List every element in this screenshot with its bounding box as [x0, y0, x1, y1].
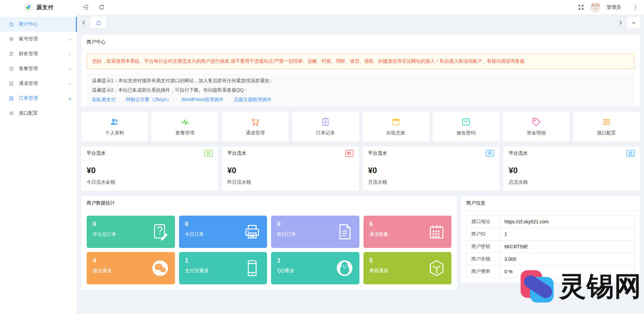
- flow-amount: ¥0: [222, 160, 358, 175]
- shortcut-label: 通道管理: [246, 130, 265, 136]
- rocket-logo-icon: [23, 2, 33, 12]
- link-zongcai-theme-plugin[interactable]: 总裁主题程序插件: [234, 95, 271, 104]
- sidebar-item-api-config[interactable]: 接口配置: [0, 106, 77, 121]
- tile-today-orders[interactable]: 0 今日订单: [179, 216, 267, 248]
- menu-fold-icon[interactable]: [83, 4, 89, 10]
- tile-offline-channels[interactable]: 5 离线通道: [363, 252, 452, 284]
- row-label: 接口地址: [467, 216, 500, 228]
- tab-home[interactable]: [91, 17, 106, 28]
- merchant-info-card: 商户信息 接口地址 https://zf.sky021.com 商户ID 1: [461, 196, 640, 283]
- flow-caption: 昨日流水额: [222, 175, 358, 191]
- flow-card-total: 平台流水 总 ¥0 总流水额: [503, 147, 640, 191]
- flow-card-title: 平台流水: [509, 150, 528, 156]
- flow-caption: 今日流水金额: [81, 175, 218, 191]
- flow-card-header: 平台流水 昨: [222, 147, 358, 160]
- cube-icon: [427, 259, 446, 278]
- link-apayun-zkeys[interactable]: 阿帕云引擎（Zkeys）: [126, 95, 171, 104]
- brand-name: 源支付: [36, 4, 54, 11]
- wechat-icon: [151, 259, 170, 278]
- stats-title: 商户数据统计: [81, 196, 457, 211]
- shortcut-label: 套餐管理: [176, 130, 195, 136]
- tabbar: [77, 15, 644, 30]
- fullscreen-icon[interactable]: [578, 4, 584, 10]
- row-value: 3.000: [500, 253, 635, 265]
- avatar[interactable]: [590, 2, 601, 12]
- shortcut-api-config[interactable]: 接口配置: [573, 112, 640, 141]
- table-row: 商户ID 1: [467, 228, 635, 241]
- link-rainbow-epay[interactable]: 彩虹易支付: [92, 95, 116, 104]
- row-label: 商户ID: [467, 228, 500, 241]
- badge-daily: 日: [204, 150, 212, 157]
- sidebar-item-merchant-center[interactable]: 商户中心: [0, 17, 77, 32]
- chevron-left-icon[interactable]: [81, 20, 87, 25]
- table-row: 商户密钥 6KCRT59E: [467, 241, 635, 253]
- tile-total-orders[interactable]: 0 平台总订单: [87, 216, 175, 248]
- tip-links: 彩虹易支付 阿帕云引擎（Zkeys） WordPress程序插件 总裁主题程序插…: [92, 95, 629, 104]
- cog-icon: [9, 111, 14, 116]
- topbar-right: 管理员: [578, 2, 639, 12]
- sidebar-item-account-management[interactable]: 账号管理 +: [0, 32, 77, 46]
- expand-plus: +: [68, 51, 71, 57]
- shortcut-label: 接口配置: [597, 130, 616, 136]
- tab-options-dropdown[interactable]: [627, 17, 640, 28]
- shortcut-label: 个人资料: [105, 130, 124, 136]
- shortcut-label: 资金明细: [527, 130, 546, 136]
- shortcut-label: 修改密码: [457, 130, 475, 136]
- sidebar-item-label: 接口配置: [19, 110, 38, 116]
- row-label: 商户费率: [467, 265, 500, 278]
- flow-card-yesterday: 平台流水 昨 ¥0 昨日流水额: [222, 147, 358, 191]
- flow-caption: 月流水额: [363, 175, 499, 191]
- flow-caption: 总流水额: [503, 175, 640, 191]
- expand-plus: +: [68, 81, 71, 87]
- shortcut-fund-details[interactable]: 资金明细: [503, 112, 569, 141]
- shortcuts-row: 个人资料 套餐管理 通道管理: [81, 112, 640, 141]
- row-value: 6KCRT59E: [500, 241, 635, 253]
- shortcut-online-recharge[interactable]: 在线充值: [362, 112, 429, 141]
- topbar: 管理员: [77, 0, 644, 15]
- tile-wechat-channels[interactable]: 4 微信通道: [87, 252, 175, 284]
- shortcut-package-management[interactable]: 套餐管理: [151, 112, 218, 141]
- sidebar-item-package-management[interactable]: 套餐管理 +: [0, 61, 77, 76]
- shortcut-change-password[interactable]: 修改密码: [433, 112, 499, 141]
- flow-card-daily: 平台流水 日 ¥0 今日流水金额: [81, 147, 218, 191]
- flow-card-header: 平台流水 月: [363, 147, 499, 160]
- flow-card-header: 平台流水 总: [503, 147, 640, 160]
- refresh-icon[interactable]: [98, 4, 105, 10]
- sidebar-item-label: 商户中心: [19, 21, 38, 27]
- shortcut-order-records[interactable]: 订单记录: [292, 112, 359, 141]
- users-icon: [110, 117, 120, 127]
- tile-qq-channels[interactable]: 1 QQ通道: [271, 252, 359, 284]
- chevron-down-icon: [631, 20, 636, 25]
- sidebar-item-label: 财务管理: [19, 51, 38, 57]
- flow-card-title: 平台流水: [227, 150, 246, 156]
- grid-icon: [9, 81, 14, 86]
- shortcut-personal-profile[interactable]: 个人资料: [81, 112, 148, 141]
- merchant-info-title: 商户信息: [461, 196, 640, 211]
- tip-line-2: 温馨提示2：本站已集成部分系统插件，可自行下载。有问题联系客服QQ：: [92, 85, 629, 95]
- flow-amount: ¥0: [503, 160, 640, 175]
- kebab-menu-icon[interactable]: [633, 4, 639, 10]
- tip-line-1: 温馨提示1：本站支持对接所有易支付接口的网站，加入售后群有任何紧急情况群通知：: [92, 76, 629, 85]
- ledger-icon: [9, 51, 14, 57]
- calendar-icon: [427, 222, 446, 241]
- sidebar-item-channel-management[interactable]: 通道管理 +: [0, 76, 77, 91]
- tile-alipay-channels[interactable]: 1 支付宝通道: [179, 252, 267, 284]
- row-value: https://zf.sky021.com: [500, 216, 635, 228]
- link-wordpress-plugin[interactable]: WordPress程序插件: [181, 95, 224, 104]
- tile-yesterday-orders[interactable]: 0 昨日订单: [271, 216, 359, 248]
- sidebar-item-finance-management[interactable]: 财务管理 +: [0, 46, 77, 61]
- user-name: 管理员: [607, 4, 621, 10]
- shortcut-label: 在线充值: [386, 130, 405, 136]
- tile-channel-count[interactable]: 6 通道数量: [363, 216, 452, 248]
- shortcut-channel-management[interactable]: 通道管理: [222, 112, 289, 141]
- row-label: 商户余额: [467, 253, 500, 265]
- mail-icon: [461, 117, 471, 127]
- badge-yesterday: 昨: [345, 150, 353, 157]
- chevron-right-icon[interactable]: [618, 20, 623, 25]
- sidebar-item-order-management[interactable]: 订单管理 +: [0, 91, 77, 106]
- table-row: 商户余额 3.000: [467, 253, 635, 265]
- clipboard-icon: [320, 117, 330, 127]
- pulse-icon: [180, 117, 190, 127]
- user-menu[interactable]: 管理员: [607, 4, 626, 10]
- badge-monthly: 月: [486, 150, 494, 157]
